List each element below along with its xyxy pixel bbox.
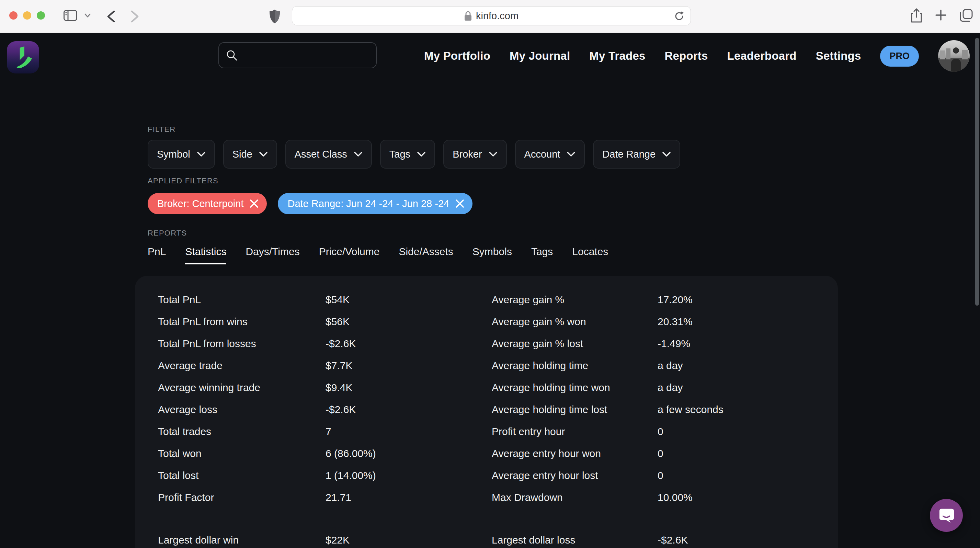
- window-minimize-button[interactable]: [23, 11, 31, 19]
- sidebar-menu-chevron-icon[interactable]: [84, 13, 91, 18]
- app-page: My PortfolioMy JournalMy TradesReportsLe…: [0, 33, 980, 548]
- tab-pnl[interactable]: PnL: [148, 246, 166, 264]
- stat-value: 0: [657, 426, 663, 437]
- applied-filter-chip-1[interactable]: Date Range: Jun 24 -24 - Jun 28 -24: [278, 193, 473, 214]
- address-bar[interactable]: kinfo.com: [292, 6, 691, 25]
- tab-statistics[interactable]: Statistics: [185, 246, 226, 264]
- share-icon[interactable]: [911, 8, 922, 23]
- stat-label: Total won: [158, 448, 326, 459]
- nav-link-my-portfolio[interactable]: My Portfolio: [424, 49, 490, 62]
- report-tabs: PnLStatisticsDays/TimesPrice/VolumeSide/…: [148, 246, 608, 264]
- sidebar-toggle-icon[interactable]: [64, 10, 77, 21]
- scrollbar-thumb[interactable]: [975, 38, 979, 306]
- stat-value: a day: [657, 382, 682, 394]
- close-icon[interactable]: [250, 199, 259, 208]
- stat-row-average-holding-time: Average holding timea day: [492, 355, 821, 376]
- stat-row-total-pnl: Total PnL$54K: [158, 289, 492, 311]
- privacy-shield-icon[interactable]: [269, 9, 280, 24]
- stat-label: Total PnL from wins: [158, 316, 326, 327]
- stats-column-right: Average gain %17.20%Average gain % won20…: [492, 289, 821, 548]
- chevron-down-icon: [259, 152, 267, 157]
- nav-link-reports[interactable]: Reports: [665, 49, 708, 62]
- main-nav: My PortfolioMy JournalMy TradesReportsLe…: [424, 33, 970, 79]
- filter-section-label: FILTER: [148, 125, 175, 134]
- stats-column-left: Total PnL$54KTotal PnL from wins$56KTota…: [158, 289, 492, 548]
- stat-value: a few seconds: [657, 404, 724, 415]
- tab-symbols[interactable]: Symbols: [473, 246, 512, 264]
- kinfo-logo[interactable]: [7, 41, 39, 73]
- stat-value: -$2.6K: [326, 338, 356, 349]
- avatar[interactable]: [938, 40, 970, 72]
- stat-value: -$2.6K: [326, 404, 356, 415]
- filter-dropdown-tags[interactable]: Tags: [380, 140, 435, 168]
- filter-dropdown-symbol[interactable]: Symbol: [148, 140, 215, 168]
- filter-dropdown-date-range[interactable]: Date Range: [593, 140, 680, 168]
- chevron-down-icon: [662, 152, 671, 157]
- stat-value: 17.20%: [657, 294, 693, 306]
- stat-value: 0: [657, 470, 663, 481]
- tab-price-volume[interactable]: Price/Volume: [319, 246, 380, 264]
- forward-button-icon[interactable]: [130, 10, 140, 23]
- stat-row-average-trade: Average trade$7.7K: [158, 355, 492, 376]
- tab-side-assets[interactable]: Side/Assets: [399, 246, 453, 264]
- chip-label: Broker: Centerpoint: [157, 198, 243, 210]
- nav-link-leaderboard[interactable]: Leaderboard: [727, 49, 797, 62]
- reload-icon[interactable]: [674, 11, 684, 21]
- nav-link-my-journal[interactable]: My Journal: [509, 49, 570, 62]
- stat-label: Largest dollar win: [158, 534, 326, 546]
- search-input[interactable]: [242, 50, 366, 61]
- stat-label: Average trade: [158, 360, 326, 372]
- stat-value: $9.4K: [326, 382, 352, 394]
- stat-row-profit-entry-hour: Profit entry hour0: [492, 421, 821, 443]
- stat-value: a day: [657, 360, 682, 372]
- close-icon[interactable]: [455, 199, 464, 208]
- filter-dropdown-broker[interactable]: Broker: [443, 140, 506, 168]
- stat-label: Largest dollar loss: [492, 534, 657, 546]
- filter-dropdown-account[interactable]: Account: [515, 140, 585, 168]
- stat-label: Average holding time won: [492, 382, 657, 394]
- stat-value: $22K: [326, 534, 350, 546]
- stat-value: 7: [326, 426, 331, 437]
- applied-filters-label: APPLIED FILTERS: [148, 176, 218, 186]
- back-button-icon[interactable]: [106, 10, 116, 23]
- filter-dropdown-asset-class[interactable]: Asset Class: [285, 140, 372, 168]
- statistics-card: Total PnL$54KTotal PnL from wins$56KTota…: [135, 276, 838, 548]
- reports-section-label: REPORTS: [148, 229, 187, 238]
- stat-row-total-won: Total won6 (86.00%): [158, 443, 492, 465]
- chip-label: Date Range: Jun 24 -24 - Jun 28 -24: [287, 198, 449, 210]
- chevron-down-icon: [489, 152, 497, 157]
- stat-row-total-pnl-from-wins: Total PnL from wins$56K: [158, 311, 492, 333]
- stat-label: Total lost: [158, 470, 326, 481]
- stat-value: $56K: [326, 316, 350, 327]
- stat-row-average-entry-hour-lost: Average entry hour lost0: [492, 465, 821, 486]
- stat-row-largest-dollar-win: Largest dollar win$22K: [158, 529, 492, 548]
- stat-row-profit-factor: Profit Factor21.71: [158, 486, 492, 508]
- browser-toolbar: kinfo.com: [0, 0, 980, 33]
- filter-dropdown-label: Broker: [453, 149, 482, 160]
- window-zoom-button[interactable]: [37, 11, 45, 19]
- stat-value: -$2.6K: [657, 534, 688, 546]
- stat-row-largest-dollar-loss: Largest dollar loss-$2.6K: [492, 529, 821, 548]
- stat-row-average-winning-trade: Average winning trade$9.4K: [158, 376, 492, 399]
- stat-label: Total PnL from losses: [158, 338, 326, 349]
- pro-badge: PRO: [880, 46, 919, 67]
- search-box[interactable]: [218, 42, 377, 68]
- new-tab-icon[interactable]: [935, 10, 947, 21]
- url-text: kinfo.com: [476, 10, 519, 22]
- nav-link-my-trades[interactable]: My Trades: [589, 49, 645, 62]
- stat-label: Average gain % won: [492, 316, 657, 327]
- stat-value: $7.7K: [326, 360, 352, 372]
- tab-tags[interactable]: Tags: [531, 246, 553, 264]
- applied-filter-chip-0[interactable]: Broker: Centerpoint: [148, 193, 267, 214]
- tab-overview-icon[interactable]: [960, 9, 973, 22]
- lock-icon: [464, 11, 472, 21]
- chat-launcher-button[interactable]: [930, 499, 963, 532]
- filter-dropdown-side[interactable]: Side: [223, 140, 277, 168]
- tab-days-times[interactable]: Days/Times: [245, 246, 299, 264]
- nav-link-settings[interactable]: Settings: [816, 49, 861, 62]
- window-close-button[interactable]: [9, 11, 18, 19]
- tab-locates[interactable]: Locates: [572, 246, 608, 264]
- stat-label: Profit Factor: [158, 492, 326, 504]
- stat-label: Total PnL: [158, 294, 326, 306]
- stat-row-average-entry-hour-won: Average entry hour won0: [492, 443, 821, 465]
